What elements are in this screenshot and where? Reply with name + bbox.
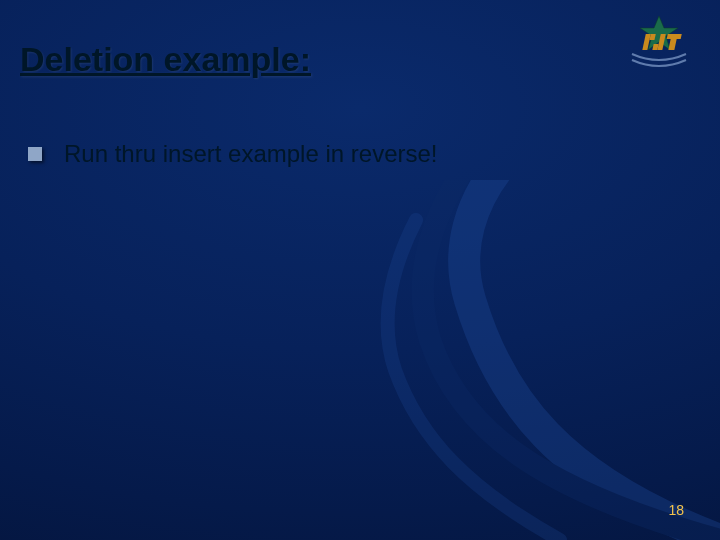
swoosh-graphic-icon (0, 180, 720, 540)
bullet-text: Run thru insert example in reverse! (64, 140, 438, 168)
unt-logo-icon (626, 14, 692, 70)
slide-title: Deletion example: (20, 40, 311, 79)
slide: Deletion example: Run thru insert exampl… (0, 0, 720, 540)
bullet-item: Run thru insert example in reverse! (28, 140, 438, 168)
page-number: 18 (668, 502, 684, 518)
bullet-square-icon (28, 147, 42, 161)
